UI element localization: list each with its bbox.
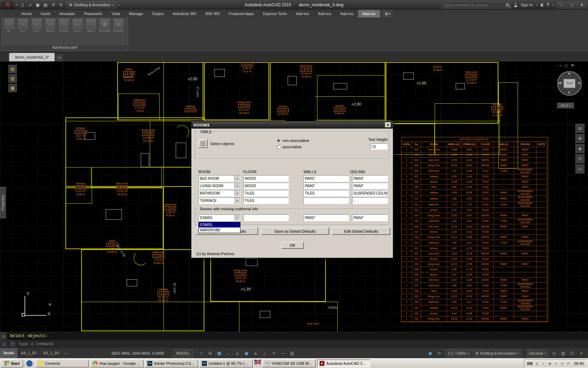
ribbon-tab-parametric-3[interactable]: Parametric — [79, 10, 107, 18]
command-customize-icon[interactable]: ≡ — [10, 341, 15, 347]
start-button[interactable]: Start — [1, 360, 23, 367]
combo-arrow-icon[interactable]: ▼ — [234, 190, 240, 196]
ribbon-button-rli[interactable]: ▭RLI — [16, 19, 29, 33]
combo-arrow-icon[interactable]: ▼ — [234, 183, 240, 189]
ceiling-input[interactable]: PAINT — [352, 214, 388, 221]
ribbon-button-rln[interactable]: ▭RLN — [71, 19, 84, 33]
ceiling-input[interactable]: PAINT — [352, 183, 388, 189]
new-file-icon[interactable]: ▯ — [19, 1, 26, 8]
ribbon-button-rlex[interactable]: ▭RLEX — [44, 19, 56, 33]
dialog-close-button[interactable]: ✕ — [385, 122, 391, 128]
text-height-input[interactable]: 12 — [371, 143, 387, 150]
language-indicator[interactable]: EN — [527, 361, 532, 366]
room-combo-living-room[interactable]: LIVING ROOM▼ — [198, 183, 240, 189]
walls-input[interactable]: TILES — [303, 190, 349, 197]
layout-tab-model[interactable]: Model — [0, 348, 18, 358]
autocad-logo[interactable]: A — [1, 0, 14, 9]
help-icon[interactable]: ? — [547, 2, 549, 7]
sign-in-caret-icon[interactable]: ▾ — [536, 4, 537, 7]
room-combo-bathroom[interactable]: BATHROOM▼ — [198, 190, 240, 197]
floor-input[interactable]: WOOD — [243, 183, 289, 189]
walls-input[interactable]: PAINT — [303, 175, 349, 182]
alert-icon[interactable]: ● — [560, 361, 564, 366]
dwg-minimize-icon[interactable]: – — [559, 63, 561, 68]
command-prompt-icon[interactable]: ▸ — [1, 341, 7, 347]
viewcube-south[interactable]: S — [568, 91, 570, 94]
edit-global-defaults-button[interactable]: Edit Global Defaults — [332, 227, 390, 235]
ribbon-tab-add-ins-13[interactable]: Add-ins — [336, 10, 358, 18]
snap-icon[interactable]: ⊞ — [206, 349, 215, 357]
command-input-row[interactable]: ▸ ≡ Type a command — [0, 340, 588, 348]
antivirus-icon[interactable]: ● — [553, 361, 558, 366]
dropdown-option-stairs[interactable]: STAIRS — [199, 222, 240, 227]
combo-arrow-icon[interactable]: ▼ — [234, 176, 240, 182]
dwg-restore-icon[interactable]: □ — [565, 63, 567, 68]
tool-palette-icon[interactable]: ▦ — [8, 84, 17, 92]
dynamic-ucs-icon[interactable]: △ — [261, 349, 269, 357]
viewcube[interactable]: N S W E TOP — [557, 71, 582, 96]
floor-input[interactable]: TILES — [243, 190, 289, 197]
ceiling-input[interactable]: SUSPENDED CEILING — [352, 190, 388, 197]
volume-icon[interactable]: ◀ — [547, 361, 552, 366]
search-icon[interactable] — [506, 3, 509, 6]
viewcube-top-face[interactable]: TOP — [564, 79, 575, 88]
undo-icon[interactable]: ↺ — [50, 1, 57, 8]
properties-palette-tab[interactable]: Properties — [0, 187, 6, 218]
room-combo-terrace[interactable]: TERRACE▼ — [198, 197, 240, 204]
window-restore-icon[interactable]: □ — [567, 2, 576, 8]
workspace-switching-control[interactable]: ⚙ Drafting & Annotation ▾ — [472, 349, 521, 357]
ribbon-overflow-button[interactable]: ▦ ▾ — [382, 10, 393, 18]
window-close-icon[interactable]: ✕ — [577, 2, 587, 8]
ceiling-input[interactable]: - — [352, 197, 388, 204]
layout-tab-a4-1-50[interactable]: A4_1_50 — [18, 348, 40, 358]
select-objects-button[interactable] — [198, 139, 208, 148]
language-flag-icon[interactable] — [254, 360, 261, 364]
layer-palette-icon[interactable]: ▤ — [8, 65, 17, 73]
plot-icon[interactable]: ▤ — [42, 1, 49, 8]
ribbon-button-rowpl[interactable]: ▤ROWpl — [112, 19, 125, 33]
ribbon-button-rl[interactable]: ▭RL — [3, 19, 15, 33]
safely-remove-icon[interactable]: ▮ — [534, 361, 539, 366]
task-button-contents[interactable]: Contents — [36, 360, 89, 367]
floor-input[interactable] — [243, 214, 289, 221]
sign-in-button[interactable]: Sign In — [521, 3, 533, 7]
network-icon[interactable]: ⇄ — [566, 361, 570, 366]
ribbon-tab-home-0[interactable]: Home — [17, 10, 36, 18]
room-combo-bed-room[interactable]: BED ROOM▼ — [198, 175, 240, 182]
task-button-untitled-1-66-7-lay[interactable]: Untitled-1 @ 66,7% (Lay... — [200, 360, 253, 367]
clean-screen-icon[interactable]: ⊡ — [568, 349, 576, 357]
showmotion-icon[interactable]: ▭ — [575, 164, 584, 173]
command-close-icon[interactable]: ✕ — [0, 332, 7, 340]
task-button-adobe-photoshop-cs5-1[interactable]: Adobe Photoshop CS5.1 ... — [145, 360, 198, 367]
display-settings-icon[interactable]: ▯ — [541, 361, 545, 366]
dropdown-option-wardrobe[interactable]: WARDROBE — [199, 227, 240, 233]
annotation-visibility-icon[interactable]: ◉ — [426, 349, 434, 357]
viewcube-west[interactable]: W — [559, 81, 562, 85]
viewcube-east[interactable]: E — [578, 81, 580, 85]
walls-input[interactable]: PAINT — [303, 183, 349, 189]
isolate-objects-icon[interactable]: ◎ — [550, 349, 558, 357]
customization-icon[interactable]: ≡ — [577, 349, 586, 357]
task-button-autodesk-autocad-2[interactable]: Autodesk AutoCAD 2... — [317, 360, 370, 367]
model-space-toggle[interactable]: MODEL — [173, 349, 193, 357]
ribbon-button-rleix[interactable]: ▭RLEIX — [57, 19, 70, 33]
grid-icon[interactable]: ▦ — [215, 349, 224, 357]
search-input[interactable] — [441, 2, 511, 8]
full-navigation-wheel-icon[interactable]: ◎ — [575, 124, 584, 133]
ribbon-tab-output-6[interactable]: Output — [148, 10, 168, 18]
ribbon-tab-featured-apps-9[interactable]: Featured Apps — [224, 10, 259, 18]
viewcube-north[interactable]: N — [568, 72, 570, 75]
dialog-title-bar[interactable]: ROOMS ✕ — [191, 121, 393, 129]
combo-arrow-icon[interactable]: ▼ — [234, 215, 240, 221]
layout-tab-a3-1-50[interactable]: A3_1_50 — [40, 348, 62, 358]
osnap-icon[interactable]: ▣ — [243, 349, 251, 357]
new-layout-button[interactable]: + — [62, 351, 69, 355]
hardware-acceleration-icon[interactable]: ▧ — [559, 349, 567, 357]
qat-overflow-icon[interactable]: ▾ — [118, 4, 120, 7]
room-combo-stairs[interactable]: STAIRS▼ — [198, 214, 240, 221]
wcs-selector[interactable]: WCS ▾ — [557, 103, 574, 108]
ribbon-button-info[interactable]: iINFO — [85, 19, 97, 33]
quick-launch-browser-icon[interactable] — [26, 360, 33, 367]
ribbon-tab-bim-360-8[interactable]: BIM 360 — [201, 10, 224, 18]
lineweight-icon[interactable]: — — [279, 349, 287, 357]
